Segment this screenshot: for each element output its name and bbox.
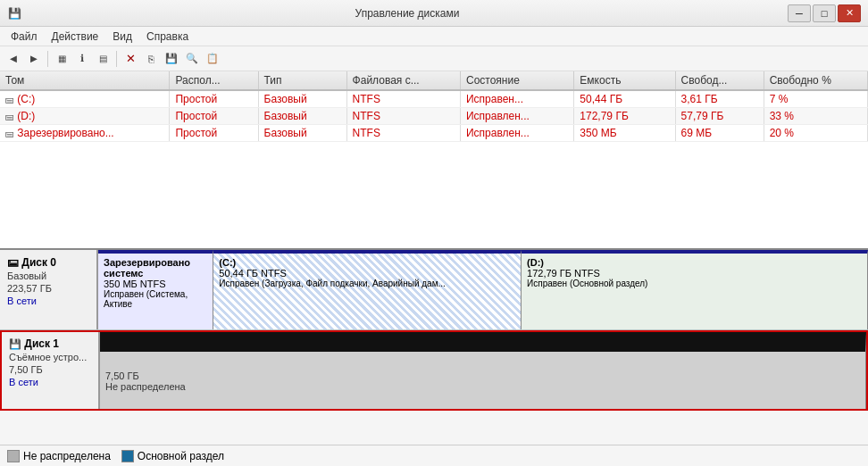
part-d-size: 172,79 ГБ NTFS: [527, 268, 862, 279]
menu-view[interactable]: Вид: [105, 29, 139, 45]
col-free[interactable]: Свобод...: [675, 71, 764, 90]
part-c-name: (C:): [219, 257, 515, 268]
disk-0-size: 223,57 ГБ: [7, 283, 89, 294]
properties-button[interactable]: ▦: [52, 49, 71, 69]
cell-free: 69 МБ: [675, 125, 764, 142]
maximize-button[interactable]: □: [813, 4, 836, 22]
cell-location: Простой: [170, 125, 258, 142]
unallocated-status: Не распределена: [105, 381, 860, 392]
disk-0-type: Базовый: [7, 270, 89, 281]
unallocated-size: 7,50 ГБ: [105, 370, 860, 381]
partition-d[interactable]: (D:) 172,79 ГБ NTFS Исправен (Основной р…: [522, 250, 868, 329]
disk-1-icon-name: 💾 Диск 1: [9, 337, 91, 350]
toolbar-separator-1: [47, 51, 48, 67]
delete-button[interactable]: ✕: [121, 49, 140, 69]
legend-unallocated-label: Не распределена: [23, 450, 111, 462]
disk-0-icon-name: 🖴 Диск 0: [7, 255, 89, 269]
cell-free-pct: 7 %: [764, 90, 867, 108]
disk-1-status: В сети: [9, 377, 91, 387]
legend: Не распределена Основной раздел: [0, 445, 868, 466]
cell-location: Простой: [170, 90, 258, 108]
toolbar: ◄ ► ▦ ℹ ▤ ✕ ⎘ 💾 🔍 📋: [0, 46, 868, 71]
app-icon: 💾: [7, 6, 21, 21]
disk-1-size: 7,50 ГБ: [9, 364, 91, 375]
partition-unallocated[interactable]: 7,50 ГБ Не распределена: [100, 332, 866, 409]
help-button[interactable]: ℹ: [72, 49, 92, 69]
menu-file[interactable]: Файл: [4, 29, 45, 45]
disk-row-1: 💾 Диск 1 Съёмное устро... 7,50 ГБ В сети…: [0, 330, 868, 411]
part-reserved-name: Зарезервировано системс: [104, 257, 207, 279]
search-button[interactable]: 🔍: [182, 49, 202, 69]
cell-capacity: 50,44 ГБ: [574, 90, 675, 108]
cell-type: Базовый: [258, 90, 346, 108]
part-c-status: Исправен (Загрузка, Файл подкачки, Авари…: [219, 279, 515, 288]
part-c-size: 50,44 ГБ NTFS: [219, 268, 515, 279]
legend-primary: Основной раздел: [121, 450, 224, 462]
legend-primary-box: [121, 450, 134, 462]
disk-0-partitions: Зарезервировано системс 350 МБ NTFS Испр…: [98, 250, 868, 329]
save-button[interactable]: 💾: [162, 49, 181, 69]
disk-1-info: 💾 Диск 1 Съёмное устро... 7,50 ГБ В сети: [2, 332, 100, 409]
cell-free-pct: 20 %: [764, 125, 867, 142]
refresh-button[interactable]: 📋: [203, 49, 222, 69]
col-fs[interactable]: Файловая с...: [346, 71, 460, 90]
col-free-pct[interactable]: Свободно %: [764, 71, 867, 90]
forward-button[interactable]: ►: [24, 49, 44, 69]
cell-free: 3,61 ГБ: [675, 90, 764, 108]
volumes-table: Том Распол... Тип Файловая с... Состояни…: [0, 71, 868, 142]
copy-button[interactable]: ⎘: [141, 49, 161, 69]
table-row[interactable]: 🖴 (D:) Простой Базовый NTFS Исправлен...…: [0, 108, 868, 125]
part-d-name: (D:): [527, 257, 862, 268]
cell-fs: NTFS: [346, 90, 460, 108]
legend-primary-label: Основной раздел: [138, 450, 224, 462]
cell-status: Исправен...: [460, 90, 573, 108]
table-row[interactable]: 🖴 Зарезервировано... Простой Базовый NTF…: [0, 125, 868, 142]
col-status[interactable]: Состояние: [460, 71, 573, 90]
cell-capacity: 172,79 ГБ: [574, 108, 675, 125]
cell-fs: NTFS: [346, 108, 460, 125]
col-tip[interactable]: Тип: [258, 71, 346, 90]
window-title: Управление дисками: [27, 7, 788, 20]
disk-row-0: 🖴 Диск 0 Базовый 223,57 ГБ В сети Зарезе…: [0, 250, 868, 330]
col-raspo[interactable]: Распол...: [170, 71, 258, 90]
partition-c[interactable]: (C:) 50,44 ГБ NTFS Исправен (Загрузка, Ф…: [213, 250, 522, 329]
cell-fs: NTFS: [346, 125, 460, 142]
cell-free: 57,79 ГБ: [675, 108, 764, 125]
disk-1-type: Съёмное устро...: [9, 352, 91, 362]
table-row[interactable]: 🖴 (C:) Простой Базовый NTFS Исправен... …: [0, 90, 868, 108]
back-button[interactable]: ◄: [4, 49, 23, 69]
main-content: Том Распол... Тип Файловая с... Состояни…: [0, 71, 868, 466]
menu-action[interactable]: Действие: [45, 29, 106, 45]
partition-reserved[interactable]: Зарезервировано системс 350 МБ NTFS Испр…: [98, 250, 213, 329]
cell-type: Базовый: [258, 108, 346, 125]
col-tom[interactable]: Том: [0, 71, 170, 90]
volumes-table-wrapper: Том Распол... Тип Файловая с... Состояни…: [0, 71, 868, 250]
part-reserved-size: 350 МБ NTFS: [104, 279, 207, 289]
cell-status: Исправлен...: [460, 125, 573, 142]
legend-unallocated: Не распределена: [7, 450, 111, 462]
window-controls: ─ □ ✕: [788, 4, 861, 22]
menu-bar: Файл Действие Вид Справка: [0, 27, 868, 46]
disk-visual-section: 🖴 Диск 0 Базовый 223,57 ГБ В сети Зарезе…: [0, 250, 868, 445]
cell-status: Исправлен...: [460, 108, 573, 125]
part-reserved-status: Исправен (Система, Активе: [104, 289, 207, 309]
close-button[interactable]: ✕: [838, 4, 861, 22]
cell-location: Простой: [170, 108, 258, 125]
title-bar: 💾 Управление дисками ─ □ ✕: [0, 0, 868, 27]
minimize-button[interactable]: ─: [788, 4, 811, 22]
disk-button[interactable]: ▤: [93, 49, 113, 69]
cell-name: 🖴 (C:): [0, 90, 170, 108]
menu-help[interactable]: Справка: [139, 29, 196, 45]
cell-name: 🖴 Зарезервировано...: [0, 125, 170, 142]
cell-free-pct: 33 %: [764, 108, 867, 125]
disk-0-info: 🖴 Диск 0 Базовый 223,57 ГБ В сети: [0, 250, 98, 329]
legend-unallocated-box: [7, 450, 20, 462]
toolbar-separator-2: [116, 51, 117, 67]
part-d-status: Исправен (Основной раздел): [527, 279, 862, 288]
cell-name: 🖴 (D:): [0, 108, 170, 125]
disk-0-status: В сети: [7, 295, 89, 306]
disk-1-partitions: 7,50 ГБ Не распределена: [100, 332, 866, 409]
col-capacity[interactable]: Емкость: [574, 71, 675, 90]
cell-capacity: 350 МБ: [574, 125, 675, 142]
cell-type: Базовый: [258, 125, 346, 142]
